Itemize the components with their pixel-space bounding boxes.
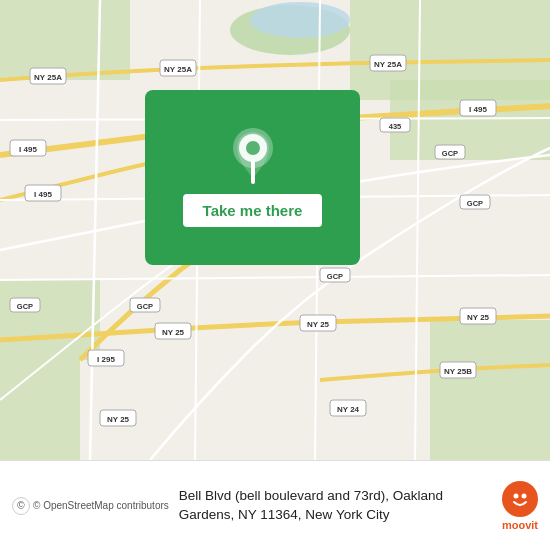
svg-point-52 xyxy=(521,493,526,498)
svg-point-50 xyxy=(506,485,534,513)
svg-text:NY 25: NY 25 xyxy=(307,320,330,329)
moovit-logo: moovit xyxy=(502,481,538,531)
svg-text:GCP: GCP xyxy=(442,149,458,158)
map-container: NY 25A NY 25A NY 25A I 495 I 495 I 495 G… xyxy=(0,0,550,460)
osm-logo: © © OpenStreetMap contributors xyxy=(12,497,169,515)
svg-text:NY 25: NY 25 xyxy=(162,328,185,337)
svg-text:NY 24: NY 24 xyxy=(337,405,360,414)
svg-text:NY 25: NY 25 xyxy=(467,313,490,322)
svg-rect-4 xyxy=(0,280,100,360)
svg-rect-3 xyxy=(390,80,550,160)
svg-text:GCP: GCP xyxy=(137,302,153,311)
svg-text:I 495: I 495 xyxy=(19,145,37,154)
moovit-icon xyxy=(502,481,538,517)
svg-text:NY 25B: NY 25B xyxy=(444,367,472,376)
svg-text:NY 25A: NY 25A xyxy=(164,65,192,74)
osm-circle: © xyxy=(12,497,30,515)
osm-label: © OpenStreetMap contributors xyxy=(33,500,169,511)
svg-text:NY 25A: NY 25A xyxy=(34,73,62,82)
location-pin-icon xyxy=(229,128,277,184)
svg-text:I 295: I 295 xyxy=(97,355,115,364)
svg-text:I 495: I 495 xyxy=(34,190,52,199)
svg-text:NY 25A: NY 25A xyxy=(374,60,402,69)
bottom-bar: © © OpenStreetMap contributors Bell Blvd… xyxy=(0,460,550,550)
svg-point-51 xyxy=(513,493,518,498)
svg-text:NY 25: NY 25 xyxy=(107,415,130,424)
address-text: Bell Blvd (bell boulevard and 73rd), Oak… xyxy=(179,487,492,523)
svg-text:GCP: GCP xyxy=(17,302,33,311)
svg-rect-6 xyxy=(430,320,550,460)
location-card: Take me there xyxy=(145,90,360,265)
svg-text:I 495: I 495 xyxy=(469,105,487,114)
svg-rect-5 xyxy=(0,360,80,460)
svg-text:GCP: GCP xyxy=(467,199,483,208)
svg-text:GCP: GCP xyxy=(327,272,343,281)
take-me-there-button[interactable]: Take me there xyxy=(183,194,323,227)
moovit-label: moovit xyxy=(502,519,538,531)
svg-text:435: 435 xyxy=(389,122,402,131)
svg-point-8 xyxy=(250,2,350,38)
